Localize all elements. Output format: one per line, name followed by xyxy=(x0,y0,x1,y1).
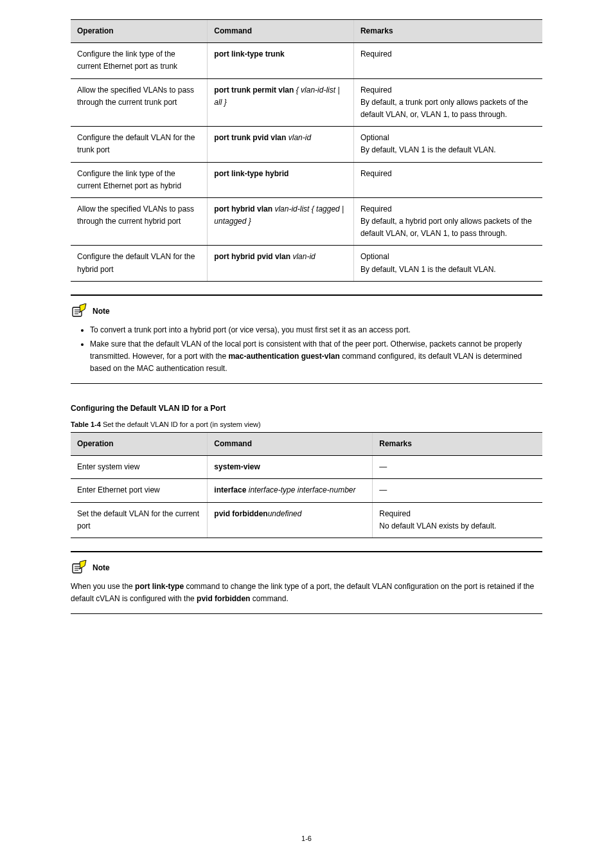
note-item: Make sure that the default VLAN of the l… xyxy=(90,338,542,374)
cell-cmd: pvid forbiddenundefined xyxy=(208,502,373,538)
note-bold: port link-type xyxy=(135,582,184,591)
section-title: Configuring the Default VLAN ID for a Po… xyxy=(71,403,542,414)
config-table-2: Operation Command Remarks Enter system v… xyxy=(71,432,542,538)
table-row: Enter Ethernet port viewinterface interf… xyxy=(71,479,542,502)
cmd-args: undefined xyxy=(268,509,302,518)
cmd-bold: interface xyxy=(214,485,246,494)
table-row: Set the default VLAN for the current por… xyxy=(71,502,542,538)
cmd-bold: port trunk permit vlan xyxy=(214,86,294,95)
t2-h3: Remarks xyxy=(373,432,542,455)
t2-h2: Command xyxy=(208,432,373,455)
cell-op: Allow the specified VLANs to pass throug… xyxy=(71,197,208,246)
note-item: To convert a trunk port into a hybrid po… xyxy=(90,324,542,336)
note-heading-2: Note xyxy=(71,560,542,575)
cell-op: Enter Ethernet port view xyxy=(71,479,208,502)
cell-cmd: port hybrid vlan vlan-id-list { tagged |… xyxy=(208,197,354,246)
table-row: Configure the default VLAN for the trunk… xyxy=(71,127,542,162)
table-row: Configure the link type of the current E… xyxy=(71,43,542,78)
cell-op: Configure the link type of the current E… xyxy=(71,43,208,78)
note-divider-top-2 xyxy=(71,551,542,552)
table-row: Allow the specified VLANs to pass throug… xyxy=(71,78,542,127)
cmd-args: interface-type interface-number xyxy=(246,485,355,494)
page-number: 1-6 xyxy=(0,835,613,842)
table-row: Configure the default VLAN for the hybri… xyxy=(71,246,542,281)
cmd-bold: port trunk pvid vlan xyxy=(214,133,286,142)
table2-title-rest: Set the default VLAN ID for a port (in s… xyxy=(101,420,261,428)
cell-cmd: port link-type hybrid xyxy=(208,162,354,197)
cell-remarks: OptionalBy default, VLAN 1 is the defaul… xyxy=(353,127,542,162)
config-table-1: OperationCommandRemarksConfigure the lin… xyxy=(71,19,542,282)
cell-remarks: RequiredBy default, a trunk port only al… xyxy=(353,78,542,127)
t1-h2: Command xyxy=(208,20,354,43)
cell-op: Enter system view xyxy=(71,456,208,479)
note-icon xyxy=(71,560,89,575)
t1-h3: Remarks xyxy=(353,20,542,43)
cmd-bold: pvid forbidden xyxy=(214,509,267,518)
table2-title-prefix: Table 1-4 xyxy=(71,420,101,428)
cell-op: Set the default VLAN for the current por… xyxy=(71,502,208,538)
cell-remarks: Required xyxy=(353,43,542,78)
cell-op: Configure the link type of the current E… xyxy=(71,162,208,197)
cell-cmd: port hybrid pvid vlan vlan-id xyxy=(208,246,354,281)
cmd-args: vlan-id xyxy=(290,252,315,261)
note-label: Note xyxy=(93,307,110,316)
cell-cmd: port link-type trunk xyxy=(208,43,354,78)
note-text: command. xyxy=(250,594,288,603)
note-divider-top-1 xyxy=(71,294,542,296)
cell-cmd: port trunk pvid vlan vlan-id xyxy=(208,127,354,162)
cmd-bold: port link-type trunk xyxy=(214,50,284,59)
note-divider-bottom-2 xyxy=(71,613,542,614)
table-row: Configure the link type of the current E… xyxy=(71,162,542,197)
t1-h1: Operation xyxy=(71,20,208,43)
note-heading-1: Note xyxy=(71,303,542,319)
cmd-bold: port hybrid pvid vlan xyxy=(214,252,290,261)
cell-remarks: — xyxy=(373,479,542,502)
note-divider-bottom-1 xyxy=(71,383,542,384)
cell-remarks: RequiredNo default VLAN exists by defaul… xyxy=(373,502,542,538)
note-list-1: To convert a trunk port into a hybrid po… xyxy=(90,324,542,374)
note-icon xyxy=(71,303,89,319)
note-text: When you use the xyxy=(71,582,135,591)
cell-remarks: OptionalBy default, VLAN 1 is the defaul… xyxy=(353,246,542,281)
cell-cmd: system-view xyxy=(208,456,373,479)
cmd-args: vlan-id xyxy=(286,133,311,142)
note-bold: mac-authentication guest-vlan xyxy=(228,352,339,361)
table-row: Enter system viewsystem-view— xyxy=(71,456,542,479)
cell-remarks: RequiredBy default, a hybrid port only a… xyxy=(353,197,542,246)
cell-cmd: port trunk permit vlan { vlan-id-list | … xyxy=(208,78,354,127)
note-bold: pvid forbidden xyxy=(197,594,250,603)
table-row: Allow the specified VLANs to pass throug… xyxy=(71,197,542,246)
table2-title: Table 1-4 Set the default VLAN ID for a … xyxy=(71,420,542,428)
cell-op: Allow the specified VLANs to pass throug… xyxy=(71,78,208,127)
cell-remarks: — xyxy=(373,456,542,479)
section-title-text: Configuring the Default VLAN ID for a Po… xyxy=(71,404,226,413)
cell-op: Configure the default VLAN for the hybri… xyxy=(71,246,208,281)
cmd-bold: port hybrid vlan xyxy=(214,204,272,213)
note2-text: When you use the port link-type command … xyxy=(71,581,542,604)
cell-cmd: interface interface-type interface-numbe… xyxy=(208,479,373,502)
cell-op: Configure the default VLAN for the trunk… xyxy=(71,127,208,162)
cmd-bold: system-view xyxy=(214,462,260,471)
note-label: Note xyxy=(93,563,110,572)
cmd-bold: port link-type hybrid xyxy=(214,169,289,178)
t2-h1: Operation xyxy=(71,432,208,455)
cell-remarks: Required xyxy=(353,162,542,197)
